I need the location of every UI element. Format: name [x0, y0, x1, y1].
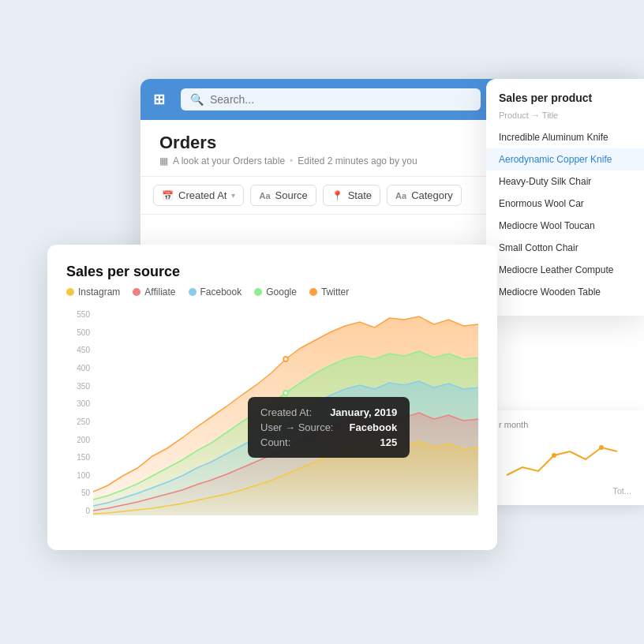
- chevron-down-icon: ▾: [231, 191, 235, 200]
- legend-instagram: Instagram: [66, 286, 120, 298]
- tooltip-source-value: Facebook: [349, 421, 397, 433]
- legend-dot-google: [254, 288, 262, 296]
- tooltip-row-source: User → Source: Facebook: [260, 421, 397, 433]
- y-label-200: 200: [66, 436, 90, 444]
- y-label-500: 500: [66, 328, 90, 337]
- y-label-150: 150: [66, 453, 90, 462]
- product-panel-title: Sales per product: [486, 92, 644, 110]
- legend-google: Google: [254, 286, 297, 298]
- text-icon: Aa: [259, 191, 270, 200]
- tooltip-created-at-value: January, 2019: [330, 406, 397, 418]
- legend-dot-affiliate: [133, 288, 140, 296]
- google-point: [283, 391, 288, 395]
- product-item-2[interactable]: Heavy-Duty Silk Chair: [486, 170, 644, 193]
- y-label-300: 300: [66, 399, 90, 408]
- product-panel-subtitle: Product → Title: [486, 110, 644, 126]
- product-item-3[interactable]: Enormous Wool Car: [486, 193, 644, 215]
- chart-card: Sales per source Instagram Affiliate Fac…: [47, 245, 497, 550]
- calendar-icon: 📅: [162, 190, 174, 201]
- tooltip-row-count: Count: 125: [260, 436, 397, 448]
- legend-label-google: Google: [266, 286, 297, 298]
- location-icon: 📍: [331, 190, 343, 201]
- twitter-point: [283, 357, 288, 361]
- product-item-0[interactable]: Incredible Aluminum Knife: [486, 126, 644, 148]
- chart-area: 0 50 100 150 200 250 300 350 400 450 500…: [66, 310, 478, 531]
- product-item-1[interactable]: Aerodynamic Copper Knife: [486, 148, 644, 170]
- filter-category-label: Category: [411, 189, 453, 201]
- legend-label-instagram: Instagram: [78, 286, 120, 298]
- text-icon-2: Aa: [395, 191, 406, 200]
- search-bar[interactable]: 🔍: [181, 88, 481, 110]
- tooltip-count-value: 125: [380, 436, 397, 448]
- legend-facebook: Facebook: [189, 286, 242, 298]
- y-label-0: 0: [66, 507, 90, 515]
- filter-created-at-label: Created At: [178, 189, 227, 201]
- product-item-5[interactable]: Small Cotton Chair: [486, 237, 644, 259]
- table-icon: ▦: [159, 155, 168, 167]
- filter-created-at[interactable]: 📅 Created At ▾: [153, 185, 244, 206]
- y-label-250: 250: [66, 417, 90, 426]
- product-item-6[interactable]: Mediocre Leather Compute: [486, 259, 644, 281]
- legend-label-facebook: Facebook: [200, 286, 242, 298]
- filter-state[interactable]: 📍 State: [323, 185, 380, 206]
- y-label-400: 400: [66, 364, 90, 373]
- mini-chart-svg: [499, 436, 625, 483]
- filter-category[interactable]: Aa Category: [387, 185, 462, 206]
- chart-tooltip: Created At: January, 2019 User → Source:…: [248, 397, 410, 458]
- mini-chart-panel: r month Tot...: [486, 410, 644, 505]
- mini-chart-label: r month: [499, 420, 631, 429]
- product-item-7[interactable]: Mediocre Wooden Table: [486, 281, 644, 303]
- filter-source[interactable]: Aa Source: [250, 185, 316, 206]
- filter-source-label: Source: [275, 189, 308, 201]
- tooltip-count-label: Count:: [260, 436, 290, 448]
- chart-legend: Instagram Affiliate Facebook Google Twit…: [66, 286, 478, 298]
- y-label-350: 350: [66, 382, 90, 391]
- svg-point-1: [599, 445, 604, 450]
- product-panel: Sales per product Product → Title Incred…: [486, 79, 644, 316]
- y-label-100: 100: [66, 471, 90, 480]
- legend-label-twitter: Twitter: [321, 286, 349, 298]
- product-item-4[interactable]: Mediocre Wool Toucan: [486, 215, 644, 237]
- app-logo: ⊞: [153, 91, 165, 108]
- y-label-450: 450: [66, 346, 90, 354]
- legend-twitter: Twitter: [309, 286, 349, 298]
- legend-affiliate: Affiliate: [133, 286, 175, 298]
- tooltip-created-at-label: Created At:: [260, 406, 312, 418]
- filter-state-label: State: [348, 189, 372, 201]
- mini-chart-total-label: Tot...: [499, 486, 631, 496]
- y-label-50: 50: [66, 489, 90, 497]
- legend-dot-twitter: [309, 288, 317, 296]
- svg-point-0: [552, 453, 556, 458]
- tooltip-row-date: Created At: January, 2019: [260, 406, 397, 418]
- search-input[interactable]: [210, 93, 471, 106]
- search-icon: 🔍: [190, 93, 204, 106]
- legend-label-affiliate: Affiliate: [144, 286, 175, 298]
- y-label-550: 550: [66, 310, 90, 319]
- legend-dot-instagram: [66, 288, 74, 296]
- y-axis: 0 50 100 150 200 250 300 350 400 450 500…: [66, 310, 90, 531]
- chart-title: Sales per source: [66, 264, 478, 280]
- legend-dot-facebook: [189, 288, 197, 296]
- tooltip-source-label: User → Source:: [260, 421, 333, 433]
